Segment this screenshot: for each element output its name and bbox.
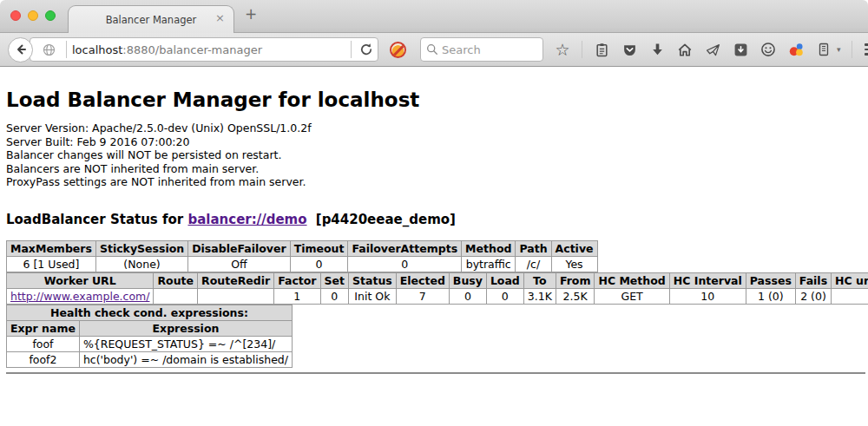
balancer-demo-link[interactable]: balancer://demo [187,212,306,227]
menu-hamburger-icon[interactable] [863,40,868,59]
persist-notice-line: Balancer changes will NOT be persisted o… [6,148,868,162]
home-icon[interactable] [675,40,694,59]
tab-balancer-manager[interactable]: Balancer Manager × [68,5,234,33]
toolbar-separator [582,41,582,58]
col-load: Load [486,272,523,288]
col-route: Route [154,272,198,288]
cell-maxmembers: 6 [1 Used] [7,256,96,272]
cell-timeout: 0 [290,256,348,272]
col-busy: Busy [449,272,486,288]
col-expression: Expression [79,320,292,336]
table-row: 6 [1 Used] (None) Off 0 0 bytraffic /c/ … [7,256,598,272]
send-tab-icon[interactable] [703,40,722,59]
url-path: :8880/balancer-manager [122,43,262,56]
cell-route [154,288,198,304]
cell-hc-interval: 10 [669,288,746,304]
col-elected: Elected [396,272,449,288]
cell-disablefailover: Off [188,256,290,272]
col-from: From [556,272,595,288]
cell-expr-name: foof2 [7,351,80,367]
status-prefix: LoadBalancer Status for [6,212,183,227]
cell-busy: 0 [449,288,486,304]
balancer-summary-table: MaxMembers StickySession DisableFailover… [6,240,598,272]
col-active: Active [551,240,597,256]
page-title: Load Balancer Manager for localhost [6,88,868,111]
new-tab-button[interactable]: + [245,7,257,22]
proxypass-notice-line: ProxyPass settings are NOT inherited fro… [6,175,868,189]
server-built-line: Server Built: Feb 9 2016 07:00:20 [6,135,868,149]
search-input[interactable] [442,43,537,56]
status-suffix: [p4420eeae_demo] [316,212,456,227]
window-zoom-button[interactable] [45,10,56,21]
color-dots-addon-icon[interactable] [786,40,806,59]
page-content: Load Balancer Manager for localhost Serv… [0,88,868,374]
col-to: To [523,272,556,288]
cell-path: /c/ [516,256,551,272]
browser-window: Balancer Manager × + localhost:8880/bala… [0,0,868,426]
worker-row: http://www.example.com/ 1 0 Init Ok 7 0 … [7,288,868,304]
downloads-icon[interactable] [648,40,667,59]
col-routeredir: RouteRedir [198,272,274,288]
health-row-foof: foof %{REQUEST_STATUS} =~ /^[234]/ [7,336,293,351]
cell-method: bytraffic [462,256,516,272]
col-set: Set [320,272,348,288]
col-hc-method: HC Method [595,272,669,288]
cell-active: Yes [551,256,597,272]
search-bar[interactable] [420,37,543,62]
urlbar-separator-2 [351,41,352,58]
plugin-blocked-indicator[interactable] [390,42,406,58]
cell-to: 3.1K [523,288,556,304]
back-button[interactable] [8,37,33,62]
cell-hc-uri [832,288,868,304]
feedback-smiley-icon[interactable] [759,40,778,59]
inherit-notice-line: Balancers are NOT inherited from main se… [6,162,868,176]
cell-from: 2.5K [556,288,595,304]
cell-worker-url: http://www.example.com/ [7,288,154,304]
bookmark-star-icon[interactable]: ☆ [553,40,572,59]
window-minimize-button[interactable] [28,10,38,21]
tab-title: Balancer Manager [106,14,197,26]
url-text: localhost:8880/balancer-manager [72,43,345,56]
dropdown-caret-icon[interactable]: ▾ [837,45,841,54]
cell-hc-method: GET [595,288,669,304]
save-page-icon[interactable] [731,40,750,59]
worker-url-link[interactable]: http://www.example.com/ [10,290,149,303]
url-bar[interactable]: localhost:8880/balancer-manager [30,37,378,62]
col-passes: Passes [746,272,795,288]
toolbar-icons: ☆ [553,40,868,59]
cell-elected: 7 [396,288,449,304]
footer-divider [6,372,865,374]
cell-expression: hc('body') =~ /domain is established/ [79,351,292,367]
col-status: Status [349,272,397,288]
col-maxmembers: MaxMembers [7,240,96,256]
col-failoverattempts: FailoverAttempts [348,240,462,256]
cell-fails: 2 (0) [795,288,831,304]
session-manager-icon[interactable] [814,40,833,59]
pocket-icon[interactable] [620,40,639,59]
cell-expression: %{REQUEST_STATUS} =~ /^[234]/ [79,336,292,351]
col-disablefailover: DisableFailover [188,240,290,256]
reload-icon[interactable] [357,40,376,59]
col-fails: Fails [795,272,831,288]
table-header-row: Expr name Expression [7,320,293,336]
worker-table: Worker URL Route RouteRedir Factor Set S… [6,272,868,305]
cell-load: 0 [486,288,523,304]
loadbalancer-status-heading: LoadBalancer Status for balancer://demo … [6,212,868,227]
navigation-toolbar: localhost:8880/balancer-manager ☆ [0,33,868,67]
health-table-title: Health check cond. expressions: [7,305,293,320]
globe-icon [43,43,56,56]
url-host: localhost [72,43,122,56]
table-header-row: MaxMembers StickySession DisableFailover… [7,240,598,256]
cell-expr-name: foof [7,336,80,351]
cell-passes: 1 (0) [746,288,795,304]
window-close-button[interactable] [10,10,21,21]
cell-factor: 1 [274,288,320,304]
tab-close-icon[interactable]: × [215,12,225,23]
col-timeout: Timeout [290,240,348,256]
server-info: Server Version: Apache/2.5.0-dev (Unix) … [6,121,868,189]
reading-list-icon[interactable] [592,40,611,59]
col-expr-name: Expr name [7,320,80,336]
health-check-table: Health check cond. expressions: Expr nam… [6,305,293,368]
health-row-foof2: foof2 hc('body') =~ /domain is establish… [7,351,293,367]
urlbar-separator [66,41,67,58]
